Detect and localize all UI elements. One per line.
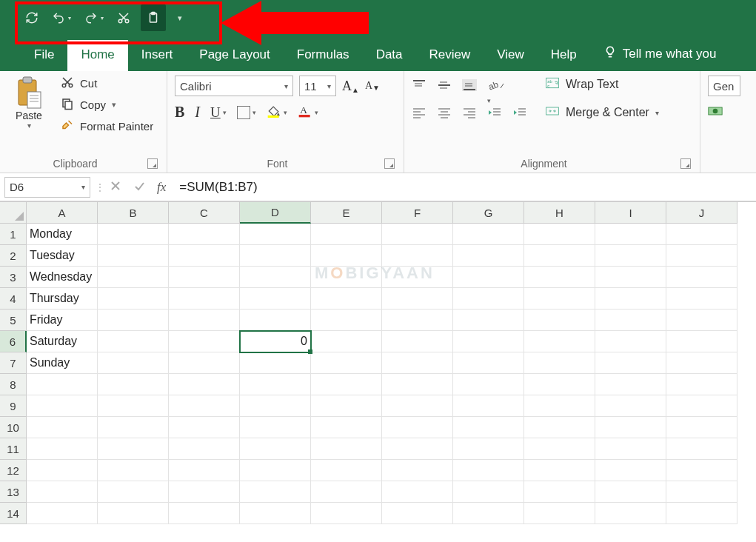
cell[interactable] bbox=[666, 352, 737, 374]
cell[interactable] bbox=[311, 417, 382, 438]
cell[interactable] bbox=[27, 395, 98, 417]
fill-color-button[interactable]: ▾ bbox=[267, 104, 287, 120]
cell[interactable]: 0 bbox=[240, 331, 311, 352]
cell[interactable] bbox=[382, 460, 453, 481]
cell[interactable] bbox=[311, 481, 382, 503]
cell[interactable] bbox=[595, 310, 666, 331]
cell[interactable] bbox=[666, 331, 737, 352]
cell[interactable] bbox=[240, 417, 311, 438]
align-right-button[interactable] bbox=[462, 107, 477, 118]
cell[interactable] bbox=[595, 395, 666, 417]
worksheet-grid[interactable]: ABCDEFGHIJ1Monday2Tuesday3Wednesday4Thur… bbox=[0, 201, 756, 524]
cell[interactable] bbox=[98, 460, 169, 481]
cell[interactable] bbox=[311, 288, 382, 310]
cell[interactable] bbox=[98, 267, 169, 288]
formula-input[interactable] bbox=[175, 177, 756, 198]
cell[interactable]: Monday bbox=[27, 224, 98, 245]
tab-insert[interactable]: Insert bbox=[128, 40, 187, 71]
cell[interactable] bbox=[524, 460, 595, 481]
cell[interactable] bbox=[595, 503, 666, 524]
cell[interactable] bbox=[666, 417, 737, 438]
cell[interactable] bbox=[524, 310, 595, 331]
cell[interactable] bbox=[524, 224, 595, 245]
row-header[interactable]: 2 bbox=[0, 245, 27, 267]
cell[interactable] bbox=[524, 503, 595, 524]
cell[interactable]: Saturday bbox=[27, 331, 98, 352]
cell[interactable] bbox=[27, 503, 98, 524]
cell[interactable] bbox=[27, 460, 98, 481]
cell[interactable] bbox=[169, 245, 240, 267]
cell[interactable] bbox=[98, 503, 169, 524]
cell[interactable] bbox=[382, 438, 453, 460]
row-header[interactable]: 13 bbox=[0, 481, 27, 503]
cell[interactable] bbox=[169, 417, 240, 438]
enter-formula-button[interactable] bbox=[133, 180, 145, 194]
tab-formulas[interactable]: Formulas bbox=[284, 40, 363, 71]
cell[interactable] bbox=[169, 352, 240, 374]
refresh-button[interactable] bbox=[22, 4, 41, 31]
cell[interactable] bbox=[453, 503, 524, 524]
row-header[interactable]: 12 bbox=[0, 460, 27, 481]
cell[interactable] bbox=[169, 438, 240, 460]
name-box[interactable]: D6 ▾ bbox=[4, 177, 90, 198]
undo-button[interactable]: ▾ bbox=[49, 4, 74, 31]
cell[interactable] bbox=[382, 267, 453, 288]
cell[interactable] bbox=[595, 460, 666, 481]
tab-home[interactable]: Home bbox=[67, 40, 127, 71]
cell[interactable] bbox=[311, 331, 382, 352]
cell[interactable] bbox=[453, 331, 524, 352]
tab-view[interactable]: View bbox=[484, 40, 538, 71]
cell[interactable] bbox=[595, 438, 666, 460]
align-bottom-button[interactable] bbox=[462, 79, 477, 91]
column-header[interactable]: G bbox=[453, 202, 524, 224]
cell[interactable] bbox=[311, 224, 382, 245]
cell[interactable] bbox=[524, 331, 595, 352]
cell[interactable]: Thursday bbox=[27, 288, 98, 310]
tab-file[interactable]: File bbox=[21, 40, 67, 71]
cell[interactable] bbox=[240, 310, 311, 331]
borders-button[interactable]: ▾ bbox=[237, 106, 256, 119]
row-header[interactable]: 4 bbox=[0, 288, 27, 310]
cell[interactable] bbox=[595, 267, 666, 288]
cell[interactable]: Friday bbox=[27, 310, 98, 331]
cell[interactable] bbox=[524, 438, 595, 460]
cell[interactable]: Sunday bbox=[27, 352, 98, 374]
number-format-combo[interactable]: Gen bbox=[708, 76, 740, 96]
format-painter-button[interactable]: Format Painter bbox=[61, 118, 153, 134]
alignment-dialog-launcher[interactable] bbox=[680, 158, 691, 169]
cell[interactable] bbox=[382, 245, 453, 267]
tell-me-search[interactable]: Tell me what you bbox=[590, 38, 724, 71]
align-center-button[interactable] bbox=[437, 107, 452, 118]
column-header[interactable]: F bbox=[382, 202, 453, 224]
row-header[interactable]: 6 bbox=[0, 331, 27, 352]
tab-page-layout[interactable]: Page Layout bbox=[186, 40, 283, 71]
cell[interactable] bbox=[666, 224, 737, 245]
accounting-format-button[interactable] bbox=[708, 105, 723, 119]
cell[interactable] bbox=[595, 417, 666, 438]
cut-button[interactable]: Cut bbox=[61, 76, 153, 91]
orientation-button[interactable]: ab▾ bbox=[487, 79, 509, 91]
cell[interactable] bbox=[98, 352, 169, 374]
cell[interactable] bbox=[240, 352, 311, 374]
merge-center-button[interactable]: Merge & Center ▾ bbox=[545, 104, 659, 121]
cell[interactable] bbox=[595, 352, 666, 374]
cell[interactable] bbox=[240, 224, 311, 245]
cell[interactable] bbox=[453, 438, 524, 460]
redo-button[interactable]: ▾ bbox=[81, 4, 107, 31]
cell[interactable] bbox=[240, 460, 311, 481]
underline-button[interactable]: U▾ bbox=[210, 104, 227, 121]
cell[interactable] bbox=[382, 310, 453, 331]
cell[interactable] bbox=[311, 310, 382, 331]
cell[interactable] bbox=[666, 374, 737, 395]
italic-button[interactable]: I bbox=[195, 104, 200, 121]
cell[interactable] bbox=[595, 481, 666, 503]
cell[interactable] bbox=[453, 481, 524, 503]
row-header[interactable]: 7 bbox=[0, 352, 27, 374]
cell[interactable] bbox=[595, 245, 666, 267]
row-header[interactable]: 11 bbox=[0, 438, 27, 460]
cancel-formula-button[interactable] bbox=[110, 180, 121, 194]
column-header[interactable]: I bbox=[595, 202, 666, 224]
cell[interactable] bbox=[666, 503, 737, 524]
cell[interactable] bbox=[666, 395, 737, 417]
cell[interactable] bbox=[311, 503, 382, 524]
